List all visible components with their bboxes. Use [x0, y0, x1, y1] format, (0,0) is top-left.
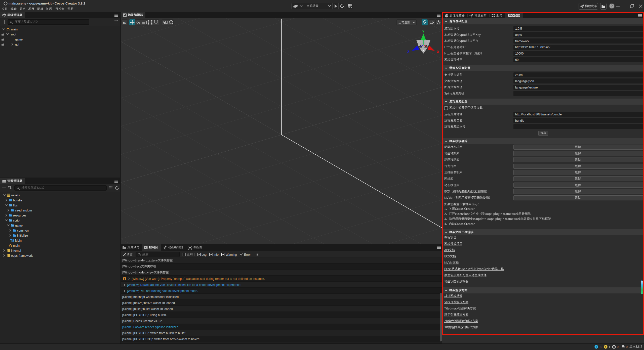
svg-text:Y: Y	[422, 29, 425, 33]
svg-text:X: X	[437, 50, 439, 54]
svg-text:Z: Z	[407, 50, 410, 54]
